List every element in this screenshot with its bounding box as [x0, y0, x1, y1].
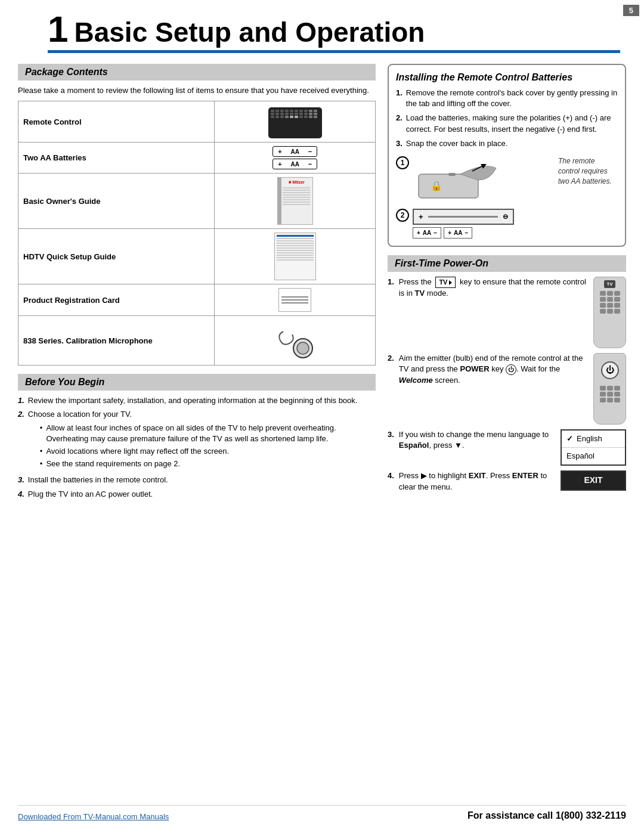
item-img-remote	[215, 101, 376, 143]
chapter-underline	[48, 50, 620, 53]
main-content: Package Contents Please take a moment to…	[0, 64, 644, 503]
enter-bold: ENTER	[512, 471, 538, 480]
key-arrow	[449, 280, 452, 285]
item-img-setup-guide	[215, 229, 376, 284]
diagram-circle-2: 2	[396, 209, 409, 222]
battery-side-note: The remote control requires two AA batte…	[558, 156, 618, 186]
power-steps-list: 1. Press the TV key to ensure that the r…	[388, 277, 626, 493]
list-item: 1. Review the important safety, installa…	[18, 395, 376, 406]
first-time-power-on-header: First-Time Power-On	[388, 255, 626, 272]
footer: Downloaded From TV-Manual.com Manuals Fo…	[18, 805, 626, 821]
step-text: Load the batteries, making sure the pola…	[406, 113, 618, 134]
step-content: If you wish to change the menu language …	[399, 429, 626, 466]
first-time-power-on-section: First-Time Power-On 1. Press the TV key …	[388, 255, 626, 493]
list-item: 1. Remove the remote control's back cove…	[396, 88, 618, 109]
before-you-begin-title: Before You Begin	[25, 377, 369, 388]
list-item: Allow at least four inches of space on a…	[40, 423, 376, 444]
list-item: 3. If you wish to change the menu langua…	[388, 429, 626, 466]
language-menu: ✓ English Español	[561, 429, 626, 466]
svg-rect-3	[448, 173, 456, 176]
svg-rect-2	[419, 174, 478, 198]
chapter-header: 1 Basic Setup and Operation	[0, 0, 644, 53]
power-circle-icon: ⏻	[506, 364, 516, 375]
list-item: 4. Plug the TV into an AC power outlet.	[18, 489, 376, 500]
list-item: See the stand requirements on page 2.	[40, 459, 376, 469]
footer-link[interactable]: Downloaded From TV-Manual.com Manuals	[18, 812, 169, 821]
step-number: 1.	[388, 277, 394, 348]
step-number: 4.	[18, 489, 24, 500]
installing-batteries-title: Installing the Remote Control Batteries	[396, 72, 618, 83]
small-remote-tv: TV	[593, 277, 626, 348]
bullet-text: See the stand requirements on page 2.	[46, 459, 180, 469]
item-name-remote: Remote Control	[18, 101, 215, 143]
step-number: 2.	[396, 113, 402, 134]
list-item: 3. Install the batteries in the remote c…	[18, 475, 376, 485]
exit-bold: EXIT	[469, 471, 486, 480]
battery-diagram-1: 🔒	[413, 156, 508, 204]
diagram-circle-1: 1	[396, 156, 409, 169]
power-bold: POWER	[460, 364, 489, 373]
table-row: HDTV Quick Setup Guide	[18, 229, 376, 284]
tv-key-label: TV	[439, 278, 447, 287]
item-name-microphone: 838 Series. Calibration Microphone	[18, 316, 215, 366]
step-text-before: Press the	[399, 277, 432, 286]
table-row: Remote Control	[18, 101, 376, 143]
english-option: ✓ English	[562, 431, 625, 447]
package-contents-title: Package Contents	[25, 67, 369, 78]
table-row: Basic Owner's Guide ★ Mitzer	[18, 174, 376, 229]
install-steps-list: 1. Remove the remote control's back cove…	[396, 88, 618, 149]
step-number: 2.	[18, 409, 24, 472]
step-text: Press the TV key to ensure that the remo…	[399, 277, 589, 299]
step-content: Aim the emitter (bulb) end of the remote…	[399, 353, 626, 425]
step-number: 3.	[396, 138, 402, 149]
package-intro-text: Please take a moment to review the follo…	[18, 85, 376, 96]
power-icon: ⏻	[606, 364, 614, 376]
chapter-number: 1	[48, 11, 68, 48]
svg-point-1	[297, 342, 309, 354]
exit-menu: EXIT	[561, 470, 626, 491]
bullet-text: Avoid locations where light may reflect …	[46, 446, 229, 457]
first-time-power-on-title: First-Time Power-On	[395, 258, 619, 269]
list-item: 2. Choose a location for your TV. Allow …	[18, 409, 376, 472]
before-you-begin-list: 1. Review the important safety, installa…	[18, 395, 376, 500]
list-item: 2. Load the batteries, making sure the p…	[396, 113, 618, 134]
step-content: Choose a location for your TV. Allow at …	[28, 409, 376, 472]
step-text: Review the important safety, installatio…	[28, 395, 358, 406]
step-text: Aim the emitter (bulb) end of the remote…	[399, 353, 589, 386]
power-button-circle: ⏻	[601, 361, 619, 379]
english-label: English	[577, 433, 602, 444]
right-column: Installing the Remote Control Batteries …	[388, 64, 626, 503]
step-text: Press ▶ to highlight EXIT. Press ENTER t…	[399, 470, 556, 492]
step-text: Install the batteries in the remote cont…	[28, 475, 168, 485]
before-you-begin-header: Before You Begin	[18, 374, 376, 391]
item-img-owners-guide: ★ Mitzer	[215, 174, 376, 229]
step-text: Plug the TV into an AC power outlet.	[28, 489, 153, 500]
step-text: Snap the cover back in place.	[406, 138, 508, 149]
step-content: Press ▶ to highlight EXIT. Press ENTER t…	[399, 470, 626, 492]
tv-key-button: TV	[435, 277, 456, 288]
package-contents-section: Package Contents Please take a moment to…	[18, 64, 376, 366]
item-name-batteries: Two AA Batteries	[18, 143, 215, 174]
espanol-bold: Español	[399, 441, 429, 450]
item-img-reg-card	[215, 284, 376, 316]
footer-assistance: For assistance call 1(800) 332-2119	[467, 810, 626, 821]
before-you-begin-section: Before You Begin 1. Review the important…	[18, 374, 376, 500]
power-remote-illustration: ⏻	[593, 353, 626, 425]
step-number: 2.	[388, 353, 394, 425]
installing-batteries-section: Installing the Remote Control Batteries …	[388, 64, 626, 247]
espanol-label: Español	[566, 451, 595, 462]
package-contents-header: Package Contents	[18, 64, 376, 80]
table-row: Product Registration Card	[18, 284, 376, 316]
step-text: If you wish to change the menu language …	[399, 429, 556, 451]
step-number: 4.	[388, 470, 394, 492]
step-number: 3.	[388, 429, 394, 466]
list-item: Avoid locations where light may reflect …	[40, 446, 376, 457]
check-icon: ✓	[566, 433, 573, 444]
step-text: Choose a location for your TV.	[28, 410, 132, 419]
step-number: 1.	[396, 88, 402, 109]
list-item: 1. Press the TV key to ensure that the r…	[388, 277, 626, 348]
bullet-list: Allow at least four inches of space on a…	[40, 423, 376, 470]
exit-button: EXIT	[562, 472, 625, 490]
step-number: 1.	[18, 395, 24, 406]
list-item: 3. Snap the cover back in place.	[396, 138, 618, 149]
